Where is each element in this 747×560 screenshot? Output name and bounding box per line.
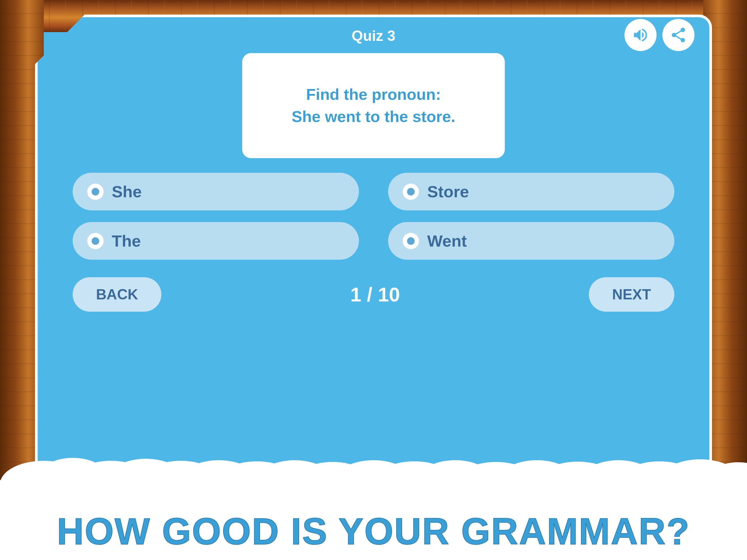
radio-went — [403, 233, 419, 249]
answer-the[interactable]: The — [73, 222, 359, 260]
share-button[interactable] — [662, 19, 694, 51]
answer-went[interactable]: Went — [388, 222, 674, 260]
answer-she-label: She — [112, 182, 142, 201]
answer-she[interactable]: She — [73, 173, 359, 210]
answers-grid: She Store The Went — [37, 173, 710, 260]
radio-the — [87, 233, 104, 249]
radio-store — [403, 183, 419, 200]
nav-bar: BACK 1 / 10 NEXT — [37, 277, 710, 312]
question-sentence: She went to the store. — [291, 106, 455, 128]
radio-she — [87, 183, 104, 200]
answer-store[interactable]: Store — [388, 173, 674, 210]
footer-tagline: HOW GOOD IS YOUR GRAMMAR? — [0, 510, 747, 553]
clouds-decoration — [0, 437, 747, 496]
answer-went-label: Went — [427, 231, 467, 250]
question-instruction: Find the pronoun: — [306, 83, 441, 106]
back-button[interactable]: BACK — [73, 277, 161, 312]
share-icon — [670, 26, 687, 44]
sound-icon — [632, 26, 649, 44]
quiz-card: Quiz 3 Find the pronoun: She went to the… — [35, 15, 712, 484]
answer-the-label: The — [112, 231, 141, 250]
next-button[interactable]: NEXT — [589, 277, 674, 312]
answer-store-label: Store — [427, 182, 469, 201]
quiz-title: Quiz 3 — [37, 17, 710, 44]
question-box: Find the pronoun: She went to the store. — [242, 53, 505, 158]
page-counter: 1 / 10 — [350, 283, 400, 306]
sound-button[interactable] — [624, 19, 656, 51]
